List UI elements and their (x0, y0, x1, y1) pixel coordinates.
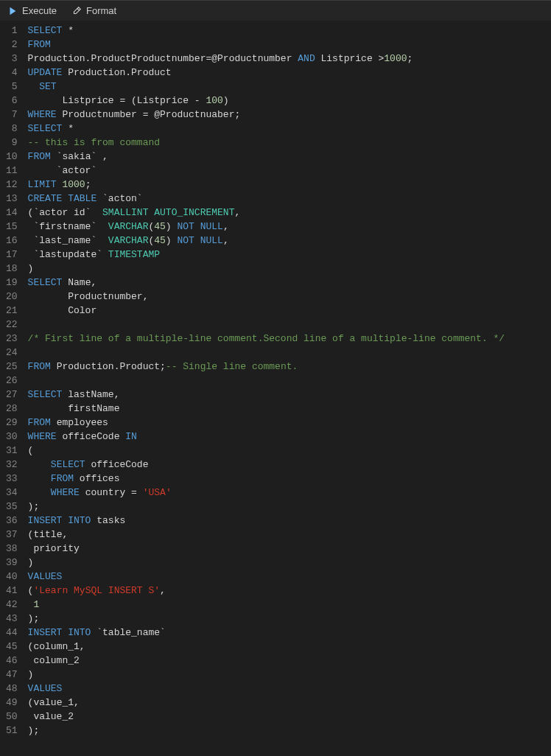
code-line[interactable]: SELECT * (28, 122, 551, 136)
code-line[interactable]: ); (28, 612, 551, 626)
code-line[interactable]: FROM offices (28, 472, 551, 486)
code-line[interactable]: CREATE TABLE `acton` (28, 192, 551, 206)
code-line[interactable]: value_2 (28, 710, 551, 724)
code-line[interactable]: (value_1, (28, 696, 551, 710)
token-id: country = (80, 486, 143, 500)
token-kw: SET (39, 80, 56, 94)
token-id: Production.Product; (51, 360, 166, 374)
token-punc: ( (148, 220, 154, 234)
code-line[interactable]: `firstname` VARCHAR(45) NOT NULL, (28, 220, 551, 234)
code-line[interactable]: SELECT * (28, 24, 551, 38)
token-punc: ( (28, 444, 34, 458)
format-button[interactable]: Format (71, 5, 116, 16)
token-num: 1000 (384, 52, 407, 66)
code-line[interactable]: LIMIT 1000; (28, 178, 551, 192)
token-id: Productnumber = @Productnuaber; (57, 108, 241, 122)
token-id: value_2 (28, 710, 74, 724)
code-line[interactable]: (column_1, (28, 640, 551, 654)
code-line[interactable]: 1 (28, 598, 551, 612)
token-id (28, 80, 40, 94)
line-number: 43 (6, 612, 18, 626)
token-id: tasks (91, 514, 125, 528)
line-number: 31 (6, 444, 18, 458)
code-line[interactable]: INSERT INTO tasks (28, 514, 551, 528)
code-line[interactable]: `lastupdate` TIMESTAMP (28, 248, 551, 262)
code-line[interactable]: Color (28, 304, 551, 318)
token-num: 45 (154, 234, 166, 248)
code-line[interactable]: VALUES (28, 682, 551, 696)
code-line[interactable]: ) (28, 556, 551, 570)
play-icon (7, 6, 18, 16)
code-line[interactable]: firstName (28, 402, 551, 416)
line-number: 29 (6, 416, 18, 430)
token-id: employees (51, 416, 108, 430)
code-line[interactable]: SELECT Name, (28, 276, 551, 290)
token-cmt: /* First line of a multiple-line comment… (28, 332, 505, 346)
token-kw: FROM (28, 416, 51, 430)
code-line[interactable]: (title, (28, 528, 551, 542)
token-id: `actor id` (33, 206, 102, 220)
code-line[interactable] (28, 374, 551, 388)
token-num: 100 (206, 94, 222, 108)
code-line[interactable]: WHERE Productnumber = @Productnuaber; (28, 108, 551, 122)
execute-button[interactable]: Execute (7, 5, 57, 16)
code-line[interactable]: SELECT officeCode (28, 458, 551, 472)
code-line[interactable] (28, 346, 551, 360)
code-area[interactable]: SELECT *FROMProduction.ProductProductnum… (28, 21, 551, 741)
code-line[interactable]: SELECT lastName, (28, 388, 551, 402)
code-line[interactable]: /* First line of a multiple-line comment… (28, 332, 551, 346)
code-line[interactable]: column_2 (28, 654, 551, 668)
code-line[interactable]: `actor` (28, 164, 551, 178)
code-line[interactable]: ); (28, 500, 551, 514)
code-editor[interactable]: 1234567891011121314151617181920212223242… (0, 21, 551, 741)
code-line[interactable]: (`actor id` SMALLINT AUTO_INCREMENT, (28, 206, 551, 220)
code-line[interactable]: ) (28, 262, 551, 276)
token-kw: FROM (28, 360, 51, 374)
code-line[interactable]: priority (28, 542, 551, 556)
line-number: 34 (6, 486, 18, 500)
token-id: offices (74, 472, 119, 486)
token-id: `sakia` , (51, 150, 108, 164)
code-line[interactable]: WHERE officeCode IN (28, 430, 551, 444)
code-line[interactable]: WHERE country = 'USA' (28, 486, 551, 500)
token-id: Color (28, 304, 97, 318)
format-label: Format (86, 5, 116, 16)
code-line[interactable]: ); (28, 724, 551, 738)
code-line[interactable]: SET (28, 80, 551, 94)
code-line[interactable]: VALUES (28, 570, 551, 584)
token-id: title, (33, 528, 68, 542)
token-punc: ); (28, 612, 40, 626)
line-number: 25 (6, 360, 18, 374)
token-type: TIMESTAMP (108, 248, 160, 262)
token-type: SMALLINT AUTO_INCREMENT (102, 206, 234, 220)
token-id: `acton` (96, 192, 142, 206)
code-line[interactable]: INSERT INTO `table_name` (28, 626, 551, 640)
token-punc: , (160, 584, 166, 598)
token-id: Listprice > (315, 52, 385, 66)
line-number: 19 (6, 276, 18, 290)
code-line[interactable]: -- this is from command (28, 136, 551, 150)
code-line[interactable]: UPDATE Production.Product (28, 66, 551, 80)
code-line[interactable] (28, 318, 551, 332)
code-line[interactable]: Productnumber, (28, 290, 551, 304)
code-line[interactable]: Production.ProductProductnumber=@Product… (28, 52, 551, 66)
token-num: 1000 (62, 178, 85, 192)
code-line[interactable]: ('Learn MySQL INSERT S', (28, 584, 551, 598)
code-line[interactable]: FROM `sakia` , (28, 150, 551, 164)
token-kw: SELECT (28, 388, 63, 402)
line-number: 22 (6, 318, 18, 332)
code-line[interactable]: FROM Production.Product;-- Single line c… (28, 360, 551, 374)
line-number: 10 (6, 150, 18, 164)
code-line[interactable]: ( (28, 444, 551, 458)
code-line[interactable]: Listprice = (Listprice - 100) (28, 94, 551, 108)
token-id: Listprice = (Listprice - (28, 94, 206, 108)
token-id: firstName (28, 402, 120, 416)
token-kw: SELECT (51, 458, 85, 472)
code-line[interactable]: FROM employees (28, 416, 551, 430)
line-number: 1 (6, 24, 18, 38)
token-kw: FROM (51, 472, 74, 486)
code-line[interactable]: ) (28, 668, 551, 682)
code-line[interactable]: FROM (28, 38, 551, 52)
code-line[interactable]: `last_name` VARCHAR(45) NOT NULL, (28, 234, 551, 248)
line-number: 12 (6, 178, 18, 192)
